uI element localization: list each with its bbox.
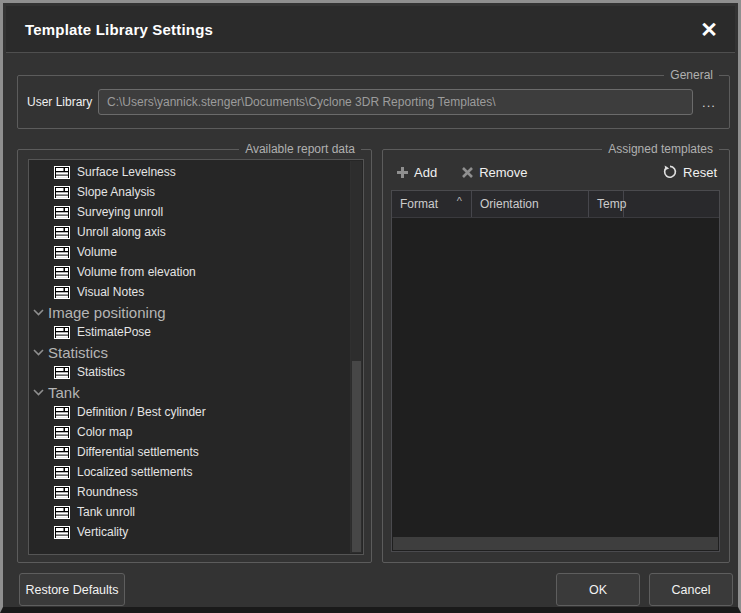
ok-button[interactable]: OK bbox=[556, 573, 640, 606]
add-button-label: Add bbox=[414, 165, 437, 180]
assigned-toolbar: Add Remove Reset bbox=[397, 159, 717, 185]
report-icon bbox=[54, 326, 70, 339]
tree-label: Tank bbox=[48, 384, 80, 401]
report-icon bbox=[54, 166, 70, 179]
tree-item[interactable]: Surface Levelness bbox=[29, 162, 350, 182]
titlebar: Template Library Settings ✕ bbox=[6, 6, 735, 53]
tree-label: Unroll along axis bbox=[77, 225, 166, 239]
vertical-scrollbar[interactable] bbox=[350, 161, 362, 553]
report-icon bbox=[54, 526, 70, 539]
report-icon bbox=[54, 446, 70, 459]
assigned-group-legend: Assigned templates bbox=[602, 142, 719, 156]
tree-label: Roundness bbox=[77, 485, 138, 499]
column-header-temp[interactable]: Temp bbox=[589, 191, 624, 217]
column-header-format[interactable]: Format ^ bbox=[392, 191, 472, 217]
report-icon bbox=[54, 266, 70, 279]
tree-label: Localized settlements bbox=[77, 465, 192, 479]
report-tree: Surface LevelnessSlope AnalysisSurveying… bbox=[29, 162, 350, 542]
tree-category[interactable]: Image positioning bbox=[29, 302, 350, 322]
report-icon bbox=[54, 486, 70, 499]
tree-label: Visual Notes bbox=[77, 285, 144, 299]
tree-item[interactable]: Visual Notes bbox=[29, 282, 350, 302]
plus-icon bbox=[397, 167, 408, 178]
close-icon[interactable]: ✕ bbox=[691, 11, 727, 47]
tree-label: Volume from elevation bbox=[77, 265, 196, 279]
report-icon bbox=[54, 226, 70, 239]
add-button[interactable]: Add bbox=[397, 165, 437, 180]
tree-label: Definition / Best cylinder bbox=[77, 405, 206, 419]
x-icon bbox=[462, 167, 473, 178]
tree-item[interactable]: Volume bbox=[29, 242, 350, 262]
table-body-empty[interactable] bbox=[392, 218, 719, 536]
tree-label: Statistics bbox=[77, 365, 125, 379]
column-header-extra[interactable] bbox=[624, 191, 719, 217]
available-report-data-group: Available report data Surface LevelnessS… bbox=[17, 149, 372, 563]
remove-button-label: Remove bbox=[479, 165, 527, 180]
report-icon bbox=[54, 366, 70, 379]
column-header-orientation-label: Orientation bbox=[480, 197, 539, 211]
horizontal-scrollbar[interactable] bbox=[393, 537, 718, 550]
assigned-templates-table: Format ^ Orientation Temp bbox=[391, 190, 720, 552]
tree-label: Differential settlements bbox=[77, 445, 199, 459]
vertical-scrollbar-thumb[interactable] bbox=[352, 361, 361, 552]
column-header-format-label: Format bbox=[400, 197, 438, 211]
sort-ascending-icon: ^ bbox=[457, 195, 462, 207]
reset-circular-arrow-icon bbox=[663, 165, 677, 179]
report-icon bbox=[54, 426, 70, 439]
tree-label: EstimatePose bbox=[77, 325, 151, 339]
tree-item[interactable]: Verticality bbox=[29, 522, 350, 542]
report-icon bbox=[54, 506, 70, 519]
chevron-down-icon bbox=[33, 349, 44, 356]
tree-item[interactable]: Statistics bbox=[29, 362, 350, 382]
available-group-legend: Available report data bbox=[239, 142, 361, 156]
user-library-label: User Library bbox=[27, 76, 92, 128]
user-library-path-input[interactable] bbox=[98, 89, 693, 115]
tree-item[interactable]: Roundness bbox=[29, 482, 350, 502]
tree-item[interactable]: Surveying unroll bbox=[29, 202, 350, 222]
tree-item[interactable]: Differential settlements bbox=[29, 442, 350, 462]
general-group: General User Library ... bbox=[17, 75, 730, 129]
tree-label: Statistics bbox=[48, 344, 108, 361]
remove-button[interactable]: Remove bbox=[462, 165, 527, 180]
tree-category[interactable]: Statistics bbox=[29, 342, 350, 362]
tree-label: Image positioning bbox=[48, 304, 166, 321]
reset-button[interactable]: Reset bbox=[663, 165, 717, 180]
tree-item[interactable]: Color map bbox=[29, 422, 350, 442]
tree-category[interactable]: Tank bbox=[29, 382, 350, 402]
tree-item[interactable]: Slope Analysis bbox=[29, 182, 350, 202]
assigned-templates-group: Assigned templates Add Remove Reset bbox=[382, 149, 730, 563]
report-icon bbox=[54, 466, 70, 479]
report-icon bbox=[54, 206, 70, 219]
dialog-title: Template Library Settings bbox=[25, 21, 213, 38]
browse-button[interactable]: ... bbox=[696, 89, 722, 115]
tree-label: Surveying unroll bbox=[77, 205, 163, 219]
restore-defaults-label: Restore Defaults bbox=[25, 583, 118, 597]
tree-label: Tank unroll bbox=[77, 505, 135, 519]
column-header-temp-label: Temp bbox=[597, 197, 626, 211]
cancel-label: Cancel bbox=[672, 583, 711, 597]
ok-label: OK bbox=[589, 583, 607, 597]
general-group-legend: General bbox=[664, 68, 719, 82]
chevron-down-icon bbox=[33, 389, 44, 396]
reset-button-label: Reset bbox=[683, 165, 717, 180]
report-icon bbox=[54, 186, 70, 199]
tree-item[interactable]: Definition / Best cylinder bbox=[29, 402, 350, 422]
tree-label: Volume bbox=[77, 245, 117, 259]
tree-item[interactable]: EstimatePose bbox=[29, 322, 350, 342]
column-header-orientation[interactable]: Orientation bbox=[472, 191, 589, 217]
tree-item[interactable]: Tank unroll bbox=[29, 502, 350, 522]
tree-item[interactable]: Unroll along axis bbox=[29, 222, 350, 242]
template-library-settings-dialog: Template Library Settings ✕ General User… bbox=[0, 0, 741, 613]
tree-label: Color map bbox=[77, 425, 132, 439]
tree-label: Slope Analysis bbox=[77, 185, 155, 199]
tree-label: Verticality bbox=[77, 525, 128, 539]
tree-item[interactable]: Localized settlements bbox=[29, 462, 350, 482]
report-icon bbox=[54, 406, 70, 419]
tree-item[interactable]: Volume from elevation bbox=[29, 262, 350, 282]
chevron-down-icon bbox=[33, 309, 44, 316]
cancel-button[interactable]: Cancel bbox=[649, 573, 733, 606]
tree-label: Surface Levelness bbox=[77, 165, 176, 179]
restore-defaults-button[interactable]: Restore Defaults bbox=[19, 573, 125, 606]
report-icon bbox=[54, 246, 70, 259]
report-icon bbox=[54, 286, 70, 299]
